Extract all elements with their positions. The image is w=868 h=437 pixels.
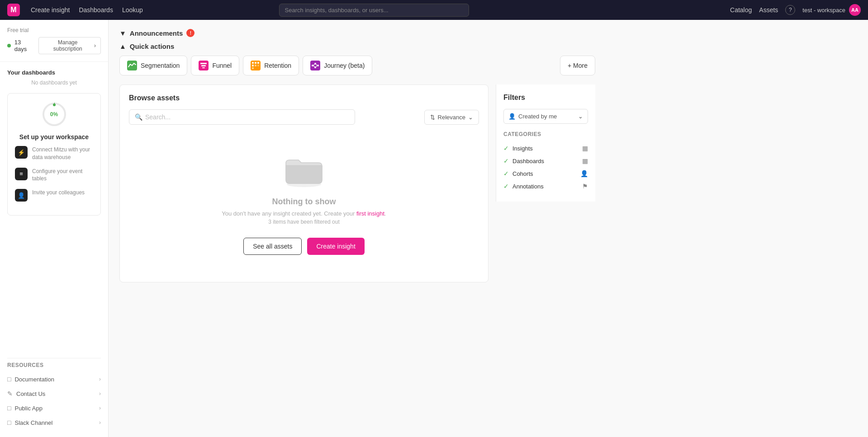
resource-contact-us[interactable]: ✎ Contact Us › (7, 386, 101, 401)
progress-circle: 0% (41, 101, 68, 128)
configure-tables-link[interactable]: Configure your event tables (32, 168, 82, 182)
documentation-chevron: › (99, 376, 101, 382)
quick-actions-header[interactable]: ▲ Quick actions (119, 42, 595, 50)
resource-public-app[interactable]: □ Public App › (7, 401, 101, 415)
connect-warehouse-link[interactable]: Connect Mitzu with your data warehouse (32, 146, 90, 160)
nav-lookup[interactable]: Lookup (122, 6, 143, 14)
trial-row: 13 days Manage subscription › (7, 37, 101, 54)
invite-colleagues-link[interactable]: Invite your colleagues (32, 189, 85, 196)
configure-tables-text: Configure your event tables (32, 168, 93, 183)
svg-rect-11 (252, 65, 254, 66)
avatar: AA (849, 4, 861, 16)
relevance-select[interactable]: ⇅ Relevance ⌄ (424, 110, 479, 125)
quick-actions-grid: Segmentation Funnel (119, 56, 595, 75)
more-button[interactable]: + More (560, 56, 595, 75)
announcements-badge: ! (186, 29, 194, 37)
category-annotations[interactable]: ✓ Annotations ⚑ (503, 180, 588, 193)
free-trial-label: Free trial (7, 27, 101, 33)
insights-label: Insights (512, 145, 533, 152)
trial-section: Free trial 13 days Manage subscription › (0, 20, 108, 62)
svg-point-18 (314, 66, 316, 68)
filter-icon: ⇅ (430, 114, 435, 121)
browse-search-input[interactable] (145, 113, 349, 121)
workspace-label: test - workspace (802, 7, 845, 14)
insights-check-icon: ✓ (503, 145, 509, 152)
nav-catalog[interactable]: Catalog (730, 6, 752, 14)
nav-assets[interactable]: Assets (759, 6, 778, 14)
create-insight-button[interactable]: Create insight (307, 238, 364, 255)
nav-dashboards[interactable]: Dashboards (79, 6, 113, 14)
trial-days: 13 days (14, 39, 35, 52)
cohorts-category-icon: 👤 (580, 170, 588, 177)
svg-rect-9 (255, 62, 256, 64)
sidebar: Free trial 13 days Manage subscription ›… (0, 20, 109, 437)
segmentation-icon (127, 61, 137, 70)
your-dashboards-label: Your dashboards (7, 69, 101, 76)
public-app-chevron: › (99, 405, 101, 411)
browse-search-container: 🔍 (129, 109, 355, 125)
quick-action-funnel[interactable]: Funnel (191, 56, 239, 75)
connect-warehouse-icon: ⚡ (15, 146, 28, 159)
category-cohorts[interactable]: ✓ Cohorts 👤 (503, 167, 588, 180)
funnel-icon (199, 61, 209, 70)
manage-subscription-button[interactable]: Manage subscription › (38, 37, 101, 54)
main-layout: Free trial 13 days Manage subscription ›… (0, 20, 868, 437)
invite-colleagues-icon: 👤 (15, 189, 28, 202)
see-all-assets-button[interactable]: See all assets (243, 238, 302, 255)
quick-action-retention[interactable]: Retention (243, 56, 299, 75)
public-app-label: Public App (14, 405, 42, 412)
help-button[interactable]: ? (785, 5, 795, 15)
browse-assets-title: Browse assets (129, 94, 479, 102)
category-dashboards[interactable]: ✓ Dashboards ▦ (503, 155, 588, 167)
workspace-item-0[interactable]: ⚡ Connect Mitzu with your data warehouse (15, 146, 93, 161)
quick-actions-chevron-icon: ▲ (119, 42, 126, 50)
main-content: ▼ Announcements ! ▲ Quick actions (109, 20, 868, 437)
resources-divider (7, 358, 101, 358)
contact-icon: ✎ (7, 390, 13, 397)
journey-icon (310, 61, 320, 70)
topnav-right: Catalog Assets ? test - workspace AA (730, 4, 861, 16)
svg-rect-12 (255, 65, 256, 66)
svg-point-17 (314, 63, 316, 65)
filters-panel: Filters 👤 Created by me ⌄ Categories ✓ I… (496, 85, 595, 202)
quick-action-segmentation[interactable]: Segmentation (119, 56, 187, 75)
first-insight-link[interactable]: first insight (356, 210, 384, 217)
category-insights[interactable]: ✓ Insights ▦ (503, 142, 588, 155)
browse-toolbar: 🔍 ⇅ Relevance ⌄ (129, 109, 479, 125)
dashboards-label: Dashboards (512, 158, 544, 164)
insights-category-icon: ▦ (582, 145, 588, 152)
nav-create-insight[interactable]: Create insight (31, 6, 70, 14)
announcements-chevron-icon: ▼ (119, 29, 126, 37)
svg-rect-5 (201, 65, 206, 66)
dashboards-check-icon: ✓ (503, 157, 509, 164)
workspace-setup-title: Set up your workspace (15, 133, 93, 141)
no-dashboards-text: No dashboards yet (0, 78, 108, 88)
resources-label: Resources (7, 362, 101, 368)
contact-label: Contact Us (16, 390, 45, 397)
svg-rect-4 (200, 63, 207, 64)
svg-rect-14 (252, 67, 254, 69)
cohorts-check-icon: ✓ (503, 170, 509, 177)
invite-colleagues-text: Invite your colleagues (32, 189, 85, 197)
resources-section: Resources □ Documentation › ✎ Contact Us… (0, 351, 108, 437)
announcements-header[interactable]: ▼ Announcements ! (119, 29, 595, 37)
filter-chevron-icon: ⌄ (578, 113, 583, 120)
resource-documentation[interactable]: □ Documentation › (7, 372, 101, 386)
connect-warehouse-text: Connect Mitzu with your data warehouse (32, 146, 93, 161)
quick-action-journey[interactable]: Journey (beta) (303, 56, 372, 75)
svg-rect-8 (252, 62, 254, 64)
topnav: M Create insight Dashboards Lookup Catal… (0, 0, 868, 20)
workspace-menu[interactable]: test - workspace AA (802, 4, 861, 16)
quick-actions-label: Quick actions (130, 42, 174, 50)
workspace-item-2[interactable]: 👤 Invite your colleagues (15, 189, 93, 202)
documentation-icon: □ (7, 376, 11, 383)
logo[interactable]: M (7, 4, 20, 16)
plus-icon: + (568, 62, 571, 69)
search-input[interactable] (279, 4, 469, 17)
resource-slack[interactable]: □ Slack Channel › (7, 415, 101, 430)
created-by-filter[interactable]: 👤 Created by me ⌄ (503, 109, 588, 124)
documentation-label: Documentation (14, 376, 54, 383)
workspace-item-1[interactable]: ≡ Configure your event tables (15, 168, 93, 183)
topnav-links: Create insight Dashboards Lookup (31, 6, 143, 14)
progress-dot (53, 103, 56, 106)
